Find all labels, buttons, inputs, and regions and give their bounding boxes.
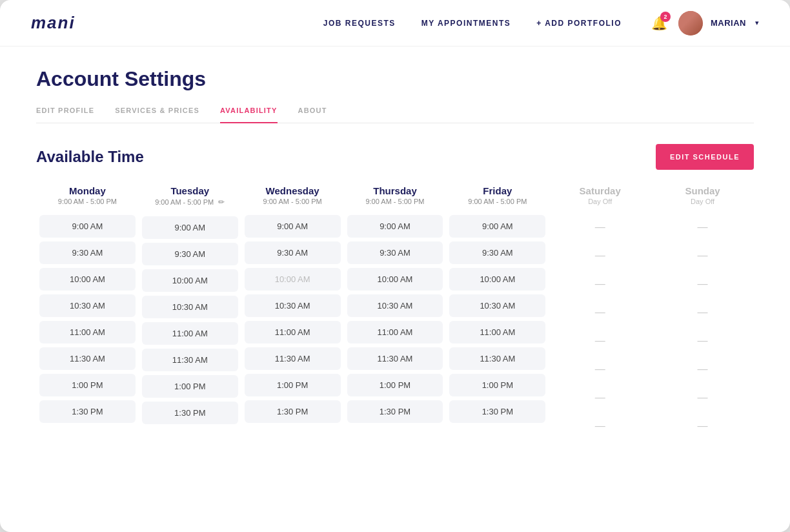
time-slot[interactable]: 11:30 AM bbox=[39, 347, 136, 370]
time-slot[interactable]: 9:30 AM bbox=[449, 241, 545, 264]
time-slot-dash: — bbox=[654, 414, 751, 438]
time-slot-dash: — bbox=[552, 300, 648, 325]
time-slot[interactable]: 1:30 PM bbox=[449, 400, 545, 423]
time-slot[interactable]: 9:00 AM bbox=[245, 215, 341, 238]
tab-about[interactable]: ABOUT bbox=[298, 107, 327, 123]
schedule-grid: Monday 9:00 AM - 5:00 PM 9:00 AM 9:30 AM… bbox=[36, 185, 754, 440]
edit-schedule-button[interactable]: EDIT SCHEDULE bbox=[656, 144, 754, 170]
tabs: EDIT PROFILE SERVICES & PRICES AVAILABIL… bbox=[36, 107, 754, 123]
time-slot-dash: — bbox=[552, 357, 648, 382]
section-title: Available Time bbox=[36, 148, 144, 166]
tab-edit-profile[interactable]: EDIT PROFILE bbox=[36, 107, 94, 123]
day-name-wednesday: Wednesday bbox=[241, 185, 344, 196]
time-slot[interactable]: 9:30 AM bbox=[245, 241, 341, 264]
day-name-saturday: Saturday bbox=[549, 185, 651, 196]
time-slot-dash: — bbox=[552, 215, 648, 240]
day-name-friday: Friday bbox=[446, 185, 549, 196]
day-hours-friday: 9:00 AM - 5:00 PM bbox=[446, 198, 549, 205]
edit-pencil-icon[interactable]: ✏ bbox=[218, 198, 225, 207]
day-col-saturday: Saturday Day Off — — — — — — — — bbox=[549, 185, 651, 440]
navbar: mani JOB REQUESTS MY APPOINTMENTS + ADD … bbox=[0, 0, 790, 46]
time-slot-dash: — bbox=[654, 329, 751, 353]
time-slot[interactable]: 1:00 PM bbox=[449, 374, 545, 396]
day-name-sunday: Sunday bbox=[651, 185, 754, 196]
time-slot[interactable]: 1:30 PM bbox=[347, 400, 443, 423]
time-slot-dash: — bbox=[654, 243, 751, 268]
tab-services-prices[interactable]: SERVICES & PRICES bbox=[115, 107, 199, 123]
tab-availability[interactable]: AVAILABILITY bbox=[220, 107, 278, 123]
nav-job-requests[interactable]: JOB REQUESTS bbox=[323, 19, 396, 28]
main-content: Account Settings EDIT PROFILE SERVICES &… bbox=[0, 46, 790, 532]
time-slot[interactable]: 1:30 PM bbox=[142, 402, 238, 424]
time-slot-dash: — bbox=[654, 272, 751, 296]
day-header-monday: Monday 9:00 AM - 5:00 PM bbox=[36, 185, 139, 213]
page-title: Account Settings bbox=[36, 67, 754, 91]
time-slot[interactable]: 10:00 AM bbox=[449, 268, 545, 291]
day-hours-saturday: Day Off bbox=[549, 198, 651, 205]
user-name[interactable]: MARIAN bbox=[711, 18, 746, 28]
time-slot-dash: — bbox=[552, 272, 648, 296]
time-slot[interactable]: 11:30 AM bbox=[347, 347, 443, 370]
section-header: Available Time EDIT SCHEDULE bbox=[36, 144, 754, 170]
time-slot[interactable]: 10:30 AM bbox=[245, 294, 341, 317]
notifications-button[interactable]: 🔔 2 bbox=[647, 12, 671, 35]
app-window: mani JOB REQUESTS MY APPOINTMENTS + ADD … bbox=[0, 0, 790, 532]
day-name-tuesday: Tuesday bbox=[139, 185, 241, 196]
day-header-thursday: Thursday 9:00 AM - 5:00 PM bbox=[344, 185, 447, 213]
time-slot[interactable]: 11:00 AM bbox=[245, 321, 341, 343]
time-slot-dash: — bbox=[552, 243, 648, 268]
day-header-sunday: Sunday Day Off bbox=[651, 185, 754, 213]
day-header-friday: Friday 9:00 AM - 5:00 PM bbox=[446, 185, 549, 213]
time-slot-dash: — bbox=[552, 414, 648, 438]
time-slot-dash: — bbox=[654, 300, 751, 325]
time-slot[interactable]: 10:30 AM bbox=[449, 294, 545, 317]
day-hours-sunday: Day Off bbox=[651, 198, 754, 205]
time-slot[interactable]: 1:00 PM bbox=[142, 375, 238, 398]
nav-my-appointments[interactable]: MY APPOINTMENTS bbox=[421, 19, 511, 28]
time-slot[interactable]: 9:30 AM bbox=[39, 241, 136, 264]
nav-add-portfolio[interactable]: + ADD PORTFOLIO bbox=[536, 19, 622, 28]
time-slot[interactable]: 11:00 AM bbox=[347, 321, 443, 343]
time-slot[interactable]: 11:30 AM bbox=[142, 349, 238, 371]
time-slot[interactable]: 10:00 AM bbox=[142, 269, 238, 292]
logo: mani bbox=[31, 13, 76, 33]
time-slot[interactable]: 10:00 AM bbox=[347, 268, 443, 291]
time-slot[interactable]: 9:00 AM bbox=[142, 216, 238, 239]
time-slot[interactable]: 9:00 AM bbox=[449, 215, 545, 238]
time-slot[interactable]: 10:30 AM bbox=[347, 294, 443, 317]
nav-links: JOB REQUESTS MY APPOINTMENTS + ADD PORTF… bbox=[323, 19, 622, 28]
time-slot-dash: — bbox=[654, 357, 751, 382]
day-header-wednesday: Wednesday 9:00 AM - 5:00 PM bbox=[241, 185, 344, 213]
time-slot[interactable]: 10:30 AM bbox=[39, 294, 136, 317]
time-slot[interactable]: 11:30 AM bbox=[245, 347, 341, 370]
chevron-down-icon[interactable]: ▾ bbox=[755, 19, 759, 27]
time-slot[interactable]: 11:30 AM bbox=[449, 347, 545, 370]
time-slot-dash: — bbox=[552, 385, 648, 410]
time-slot[interactable]: 9:30 AM bbox=[142, 243, 238, 265]
time-slot[interactable]: 10:00 AM bbox=[39, 268, 136, 291]
time-slot[interactable]: 11:00 AM bbox=[142, 322, 238, 345]
time-slot[interactable]: 10:30 AM bbox=[142, 296, 238, 318]
time-slot[interactable]: 1:00 PM bbox=[39, 374, 136, 396]
day-name-monday: Monday bbox=[36, 185, 139, 196]
day-name-thursday: Thursday bbox=[344, 185, 447, 196]
time-slot[interactable]: 11:00 AM bbox=[449, 321, 545, 343]
time-slot[interactable]: 9:00 AM bbox=[347, 215, 443, 238]
time-slot[interactable]: 9:00 AM bbox=[39, 215, 136, 238]
time-slot[interactable]: 1:00 PM bbox=[245, 374, 341, 396]
time-slot-faded[interactable]: 10:00 AM bbox=[245, 268, 341, 291]
day-header-saturday: Saturday Day Off bbox=[549, 185, 651, 213]
avatar-image bbox=[678, 11, 703, 36]
day-col-wednesday: Wednesday 9:00 AM - 5:00 PM 9:00 AM 9:30… bbox=[241, 185, 344, 440]
time-slot-dash: — bbox=[552, 329, 648, 353]
time-slot[interactable]: 1:00 PM bbox=[347, 374, 443, 396]
time-slot[interactable]: 9:30 AM bbox=[347, 241, 443, 264]
time-slot-dash: — bbox=[654, 385, 751, 410]
time-slot[interactable]: 1:30 PM bbox=[245, 400, 341, 423]
time-slot[interactable]: 11:00 AM bbox=[39, 321, 136, 343]
day-col-monday: Monday 9:00 AM - 5:00 PM 9:00 AM 9:30 AM… bbox=[36, 185, 139, 440]
day-hours-monday: 9:00 AM - 5:00 PM bbox=[36, 198, 139, 205]
time-slot[interactable]: 1:30 PM bbox=[39, 400, 136, 423]
day-col-tuesday: Tuesday 9:00 AM - 5:00 PM ✏ 9:00 AM 9:30… bbox=[139, 185, 241, 440]
day-col-sunday: Sunday Day Off — — — — — — — — bbox=[651, 185, 754, 440]
